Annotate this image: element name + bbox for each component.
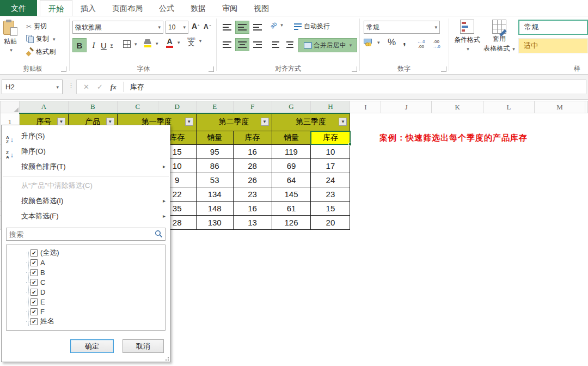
- column-header-a[interactable]: A: [19, 101, 68, 113]
- formula-bar-splitter[interactable]: ⋮: [68, 81, 75, 89]
- cell[interactable]: 24: [311, 173, 350, 187]
- filter-option[interactable]: ✔ E: [7, 297, 165, 307]
- cell[interactable]: 148: [196, 202, 233, 216]
- empty-cells[interactable]: [350, 159, 588, 173]
- phonetic-guide-button[interactable]: wén 文 ▾: [187, 36, 201, 46]
- cell[interactable]: 15: [311, 202, 350, 216]
- align-right-button[interactable]: [250, 38, 265, 51]
- formula-bar[interactable]: ✕ ✓ fx 库存: [76, 80, 586, 94]
- filter-option[interactable]: ✔ D: [7, 287, 165, 297]
- cell[interactable]: 16: [233, 145, 272, 159]
- column-header-h[interactable]: H: [311, 101, 350, 113]
- borders-button[interactable]: ▾: [123, 40, 137, 48]
- conditional-formatting-button[interactable]: 条件格式 ▾: [452, 20, 482, 52]
- column-header-b[interactable]: B: [68, 101, 117, 113]
- cell[interactable]: 23: [311, 187, 350, 202]
- clipboard-dialog-launcher-icon[interactable]: [61, 66, 66, 72]
- cell[interactable]: 119: [272, 145, 311, 159]
- column-header-c[interactable]: C: [117, 101, 158, 113]
- cancel-entry-icon[interactable]: ✕: [83, 83, 89, 91]
- cancel-button[interactable]: 取消: [122, 339, 164, 353]
- cell[interactable]: 145: [272, 187, 311, 202]
- align-bottom-button[interactable]: [250, 21, 265, 34]
- font-dialog-launcher-icon[interactable]: [209, 66, 214, 72]
- orientation-button[interactable]: ab ▾: [270, 22, 283, 28]
- percent-style-button[interactable]: %: [388, 37, 396, 48]
- cut-button[interactable]: ✂ 剪切: [26, 22, 47, 31]
- comma-style-button[interactable]: ,: [403, 35, 406, 47]
- tab-data[interactable]: 数据: [182, 0, 214, 16]
- filter-search-input[interactable]: [6, 228, 166, 241]
- checkbox-checked-icon[interactable]: ✔: [30, 269, 38, 276]
- column-header-d[interactable]: D: [158, 101, 196, 113]
- cell-e2[interactable]: 销量: [196, 131, 233, 145]
- cell[interactable]: 17: [311, 159, 350, 173]
- ok-button[interactable]: 确定: [70, 339, 114, 353]
- filter-option[interactable]: ✔ 姓名: [7, 316, 165, 326]
- cell[interactable]: 16: [233, 202, 272, 216]
- increase-decimal-button[interactable]: ←.0.00: [417, 39, 425, 49]
- decrease-decimal-button[interactable]: .00→.0: [432, 39, 440, 49]
- cell[interactable]: 134: [196, 187, 233, 202]
- checkbox-checked-icon[interactable]: ✔: [30, 249, 38, 257]
- empty-cells[interactable]: [350, 202, 588, 216]
- font-size-combo[interactable]: 10 ▾: [166, 21, 188, 34]
- cell-q3-header[interactable]: 第三季度 ▼: [272, 113, 350, 131]
- bold-button[interactable]: B: [72, 38, 87, 52]
- align-top-button[interactable]: [220, 21, 234, 34]
- column-header-k[interactable]: K: [432, 101, 483, 113]
- column-header-m[interactable]: M: [535, 101, 585, 113]
- column-header-l[interactable]: L: [483, 101, 535, 113]
- tab-insert[interactable]: 插入: [72, 0, 104, 16]
- column-header-i[interactable]: I: [350, 101, 381, 113]
- empty-cells[interactable]: [350, 145, 588, 159]
- format-painter-button[interactable]: 格式刷: [26, 47, 56, 57]
- cell-style-neutral[interactable]: 适中: [518, 38, 588, 53]
- column-header-g[interactable]: G: [272, 101, 311, 113]
- cell[interactable]: 130: [196, 216, 233, 230]
- align-left-button[interactable]: [220, 38, 234, 51]
- number-dialog-launcher-icon[interactable]: [441, 66, 446, 72]
- checkbox-checked-icon[interactable]: ✔: [30, 298, 38, 306]
- underline-button[interactable]: U ▾: [101, 38, 113, 52]
- select-all-corner[interactable]: [1, 101, 20, 113]
- filter-dropdown-button[interactable]: ▼: [261, 118, 269, 126]
- cell[interactable]: 61: [272, 202, 311, 216]
- font-color-button[interactable]: A ▾: [166, 37, 180, 48]
- cell[interactable]: 10: [311, 145, 350, 159]
- italic-button[interactable]: I: [88, 38, 99, 52]
- paste-button[interactable]: 粘贴 ▾: [3, 20, 17, 53]
- accounting-format-button[interactable]: ▾: [364, 39, 380, 46]
- cell[interactable]: 126: [272, 216, 311, 230]
- tab-view[interactable]: 视图: [246, 0, 277, 16]
- empty-cells[interactable]: [350, 173, 588, 187]
- shrink-font-button[interactable]: Aˇ: [204, 23, 211, 30]
- fill-color-button[interactable]: ▾: [144, 39, 158, 48]
- menu-item-sort-by-color[interactable]: 按颜色排序(T) ▸: [2, 159, 170, 174]
- menu-item-sort-ascending[interactable]: AZ ↓ 升序(S): [2, 129, 170, 144]
- empty-cells[interactable]: [350, 113, 588, 131]
- alignment-dialog-launcher-icon[interactable]: [352, 66, 357, 72]
- cell[interactable]: 86: [196, 159, 233, 173]
- tab-file[interactable]: 文件: [0, 0, 37, 16]
- number-format-combo[interactable]: 常规 ▾: [364, 21, 440, 34]
- filter-dropdown-button[interactable]: ▼: [185, 118, 193, 126]
- tab-page-layout[interactable]: 页面布局: [104, 0, 151, 16]
- filter-option[interactable]: ✔ C: [7, 277, 165, 287]
- decrease-indent-button[interactable]: [269, 38, 282, 51]
- grow-font-button[interactable]: Aˆ: [192, 22, 199, 30]
- cell[interactable]: 95: [196, 145, 233, 159]
- cell[interactable]: 23: [233, 187, 272, 202]
- confirm-entry-icon[interactable]: ✓: [97, 83, 103, 91]
- resize-grip[interactable]: [164, 356, 169, 361]
- filter-option-select-all[interactable]: ✔ (全选): [7, 248, 165, 258]
- increase-indent-button[interactable]: [283, 38, 296, 51]
- empty-cells[interactable]: [350, 187, 588, 202]
- checkbox-checked-icon[interactable]: ✔: [30, 318, 38, 325]
- wrap-text-button[interactable]: 自动换行: [294, 22, 330, 31]
- cell[interactable]: 64: [272, 173, 311, 187]
- column-header-e[interactable]: E: [196, 101, 233, 113]
- cell[interactable]: 69: [272, 159, 311, 173]
- insert-function-icon[interactable]: fx: [111, 83, 117, 91]
- cell[interactable]: 26: [233, 173, 272, 187]
